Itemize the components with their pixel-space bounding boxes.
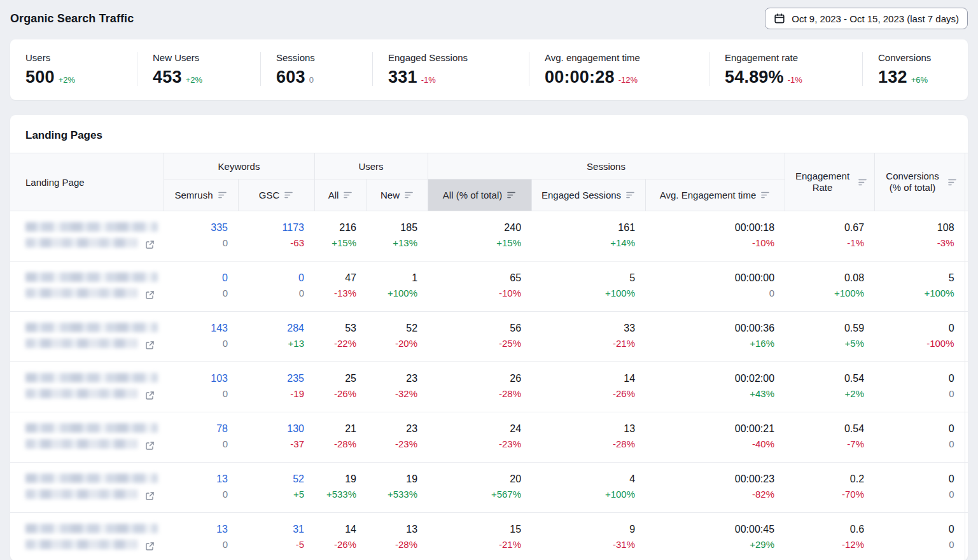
metric-engagement-rate: Engagement rate54.89%-1% xyxy=(709,52,862,86)
engaged-sessions-change: +14% xyxy=(535,235,635,251)
keywords-semrush-value[interactable]: 13 xyxy=(167,521,228,537)
users-all-value: 25 xyxy=(318,370,356,386)
keywords-semrush-value[interactable]: 78 xyxy=(167,421,228,437)
sessions-all-pct-change: -28% xyxy=(431,386,521,402)
blurred-page-title xyxy=(25,423,158,433)
sessions-all-pct-value: 65 xyxy=(431,270,521,286)
users-all-value: 216 xyxy=(318,220,356,235)
users-all-change: -26% xyxy=(318,386,356,402)
avg-engagement-time-value: 00:00:18 xyxy=(649,220,774,235)
external-link-icon[interactable] xyxy=(145,290,155,300)
engaged-sessions-value: 9 xyxy=(535,521,635,537)
sessions-all-pct-change: -25% xyxy=(431,336,521,351)
keywords-gsc-value[interactable]: 0 xyxy=(242,270,304,286)
external-link-icon[interactable] xyxy=(145,391,155,400)
column-header-users-all-label: All xyxy=(328,190,339,200)
sort-icon xyxy=(948,179,957,186)
cell-engaged-sessions: 33-21% xyxy=(531,312,645,362)
cell-conversions: 0-100% xyxy=(874,312,965,362)
metric-value-row: 500+2% xyxy=(25,68,137,86)
keywords-semrush-change: 0 xyxy=(167,386,228,402)
page-title: Organic Search Traffic xyxy=(10,12,134,25)
column-header-landing-page[interactable]: Landing Page xyxy=(10,153,164,211)
metrics-summary: Users500+2%New Users453+2%Sessions6030En… xyxy=(10,39,968,100)
engaged-sessions-value: 13 xyxy=(535,421,635,437)
sort-icon xyxy=(405,192,414,199)
keywords-semrush-value[interactable]: 103 xyxy=(167,370,228,386)
date-range-button[interactable]: Oct 9, 2023 - Oct 15, 2023 (last 7 days) xyxy=(765,8,968,29)
users-new-value: 19 xyxy=(370,471,417,487)
cell-engaged-sessions: 161+14% xyxy=(531,211,645,262)
users-new-change: -23% xyxy=(370,437,417,452)
column-header-gsc[interactable]: GSC xyxy=(238,179,314,211)
engagement-rate-value: 0.54 xyxy=(788,421,864,437)
column-header-conversions[interactable]: Conversions (% of total) xyxy=(874,153,965,211)
landing-page-cell[interactable] xyxy=(10,412,164,463)
engagement-rate-change: +100% xyxy=(788,286,864,301)
column-header-landing-page-label: Landing Page xyxy=(25,177,85,188)
landing-page-cell[interactable] xyxy=(10,312,164,362)
landing-page-cell[interactable] xyxy=(10,362,164,412)
metric-value: 132 xyxy=(878,68,907,86)
table-row: 780130-3721-28%23-23%24-23%13-28%00:00:2… xyxy=(10,412,968,463)
users-all-change: -28% xyxy=(318,437,356,452)
cell-avg-engagement-time: 00:02:00+43% xyxy=(645,362,785,412)
blurred-page-url xyxy=(25,238,137,248)
keywords-gsc-value[interactable]: 52 xyxy=(242,471,304,487)
column-header-semrush-label: Semrush xyxy=(174,190,213,200)
cell-users-all: 53-22% xyxy=(314,312,367,362)
column-header-users-all[interactable]: All xyxy=(314,179,367,211)
column-header-conversions-label: Conversions (% of total) xyxy=(882,171,943,193)
landing-page-cell[interactable] xyxy=(10,463,164,513)
external-link-icon[interactable] xyxy=(145,441,155,451)
users-all-value: 19 xyxy=(318,471,356,487)
conversions-value: 0 xyxy=(878,421,954,437)
metric-new-users: New Users453+2% xyxy=(137,52,260,86)
column-header-users-new-inner: New xyxy=(367,190,428,200)
column-header-sessions-all-pct[interactable]: All (% of total) xyxy=(428,179,531,211)
column-header-engagement-rate[interactable]: Engagement Rate xyxy=(785,153,874,211)
conversions-change: 0 xyxy=(878,386,954,402)
external-link-icon[interactable] xyxy=(145,491,155,501)
keywords-semrush-value[interactable]: 335 xyxy=(167,220,228,235)
column-header-engaged-sessions[interactable]: Engaged Sessions xyxy=(531,179,645,211)
engaged-sessions-change: -28% xyxy=(535,437,635,452)
cell-sessions-all-pct: 65-10% xyxy=(428,262,531,312)
external-link-icon[interactable] xyxy=(145,542,155,551)
users-new-value: 1 xyxy=(370,270,417,286)
keywords-gsc-value[interactable]: 1173 xyxy=(242,220,304,235)
users-new-change: +533% xyxy=(370,487,417,502)
keywords-gsc-value[interactable]: 31 xyxy=(242,521,304,537)
keywords-gsc-value[interactable]: 284 xyxy=(242,320,304,336)
column-header-semrush[interactable]: Semrush xyxy=(164,179,238,211)
avg-engagement-time-value: 00:00:00 xyxy=(649,270,774,286)
cell-engaged-sessions: 9-31% xyxy=(531,513,645,560)
column-header-users-new[interactable]: New xyxy=(367,179,428,211)
metric-value-row: 331-1% xyxy=(388,68,529,86)
cell-keywords-semrush: 130 xyxy=(164,513,238,560)
metric-change: +2% xyxy=(186,75,202,85)
keywords-semrush-value[interactable]: 143 xyxy=(167,320,228,336)
cell-sessions-all-pct: 20+567% xyxy=(428,463,531,513)
conversions-value: 5 xyxy=(878,270,954,286)
external-link-icon[interactable] xyxy=(145,240,155,249)
landing-page-cell[interactable] xyxy=(10,513,164,560)
keywords-gsc-value[interactable]: 130 xyxy=(242,421,304,437)
landing-page-cell[interactable] xyxy=(10,211,164,262)
table-row: 000047-13%1+100%65-10%5+100%00:00:0000.0… xyxy=(10,262,968,312)
cell-users-all: 19+533% xyxy=(314,463,367,513)
cell-engagement-rate: 0.2-70% xyxy=(785,463,874,513)
landing-page-cell[interactable] xyxy=(10,262,164,312)
keywords-gsc-value[interactable]: 235 xyxy=(242,370,304,386)
external-link-icon[interactable] xyxy=(145,340,155,350)
metric-label: Engaged Sessions xyxy=(388,52,529,63)
cell-keywords-gsc: 284+13 xyxy=(238,312,314,362)
column-header-avg-engagement-time[interactable]: Avg. Engagement time xyxy=(645,179,785,211)
keywords-semrush-value[interactable]: 13 xyxy=(167,471,228,487)
blurred-page-title xyxy=(25,473,158,483)
keywords-semrush-value[interactable]: 0 xyxy=(167,270,228,286)
conversions-value: 0 xyxy=(878,471,954,487)
conversions-change: -3% xyxy=(878,235,954,251)
sessions-all-pct-value: 20 xyxy=(431,471,521,487)
cell-sessions-all-pct: 240+15% xyxy=(428,211,531,262)
